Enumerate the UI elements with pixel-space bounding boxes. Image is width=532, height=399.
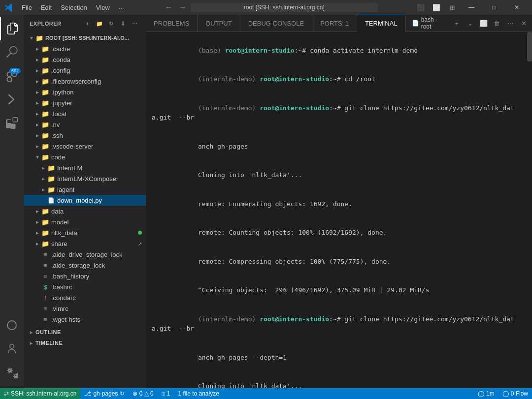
down-model-file-icon: 📄	[47, 196, 55, 204]
tree-item-bashrc[interactable]: $ .bashrc	[24, 281, 146, 292]
xcomposer-label: InternLM-XComposer	[57, 175, 118, 183]
tree-item-data[interactable]: ► 📁 data	[24, 206, 146, 216]
vimrc-spacer	[33, 305, 41, 312]
tree-item-internlm-xcomposer[interactable]: ► 📁 InternLM-XComposer	[24, 173, 146, 184]
tree-item-ipython[interactable]: ► 📁 .ipython	[24, 87, 146, 97]
refresh-btn[interactable]: ↻	[106, 19, 116, 29]
status-flow[interactable]: ◯ 0 Flow	[499, 388, 532, 399]
sidebar-section-timeline[interactable]: ► TIMELINE	[24, 338, 146, 348]
menu-selection[interactable]: Selection	[57, 3, 91, 12]
activity-bar-bottom	[0, 313, 24, 388]
nv-folder-icon: 📁	[41, 121, 49, 128]
tree-item-condarc[interactable]: ! .condarc	[24, 292, 146, 303]
tree-item-vimrc[interactable]: ≡ .vimrc	[24, 303, 146, 314]
tree-item-bash-history[interactable]: ≡ .bash_history	[24, 271, 146, 281]
tab-debug-console[interactable]: DEBUG CONSOLE	[240, 15, 312, 32]
more-terminal-btn[interactable]: ⋯	[504, 16, 517, 30]
nav-back-btn[interactable]: ←	[163, 1, 175, 13]
sidebar-more-btn[interactable]: ⋯	[130, 19, 140, 29]
data-arrow-icon: ►	[33, 207, 41, 215]
jupyter-arrow-icon: ►	[33, 99, 41, 107]
tree-item-filebrowserconfig[interactable]: ► 📁 .filebrowserconfig	[24, 76, 146, 87]
tree-item-down-model[interactable]: 📄 down_model.py	[24, 195, 146, 206]
tree-item-ssh[interactable]: ► 📁 .ssh	[24, 130, 146, 141]
tree-item-model[interactable]: ► 📁 model	[24, 216, 146, 227]
menu-view[interactable]: View	[92, 3, 114, 12]
trash-terminal-btn[interactable]: 🗑	[491, 16, 503, 30]
nav-forward-btn[interactable]: →	[177, 1, 189, 13]
tree-item-local[interactable]: ► 📁 .local	[24, 108, 146, 119]
timeline-arrow-icon: ►	[28, 340, 35, 346]
tree-item-internlm[interactable]: ► 📁 InternLM	[24, 162, 146, 173]
tab-terminal[interactable]: TERMINAL	[357, 15, 406, 32]
terminal-dropdown-btn[interactable]: ⌄	[464, 16, 476, 30]
tree-item-conda[interactable]: ► 📁 .conda	[24, 54, 146, 65]
conda-folder-icon: 📁	[41, 56, 49, 63]
menu-edit[interactable]: Edit	[37, 3, 56, 12]
title-search-input[interactable]	[191, 3, 378, 12]
internlm-folder-icon: 📁	[47, 164, 55, 172]
term-line-1: (base) root@intern-studio:~# conda activ…	[152, 36, 521, 65]
sidebar-title: EXPLORER	[30, 21, 62, 27]
minimize-btn[interactable]: —	[460, 0, 483, 15]
terminal-scrollbar[interactable]	[527, 32, 532, 388]
status-remote-text: SSH: ssh.intern-ai.org.cn	[11, 390, 76, 397]
menu-more[interactable]: ···	[115, 3, 128, 12]
condarc-label: .condarc	[51, 294, 76, 302]
activity-extensions[interactable]	[0, 111, 24, 135]
status-file-analyze[interactable]: 1 file to analyze	[174, 388, 223, 399]
term-line-11: anch gh-pages --depth=1	[152, 343, 521, 372]
activity-explorer[interactable]	[0, 17, 24, 40]
status-remote[interactable]: ⇄ SSH: ssh.intern-ai.org.cn	[0, 388, 80, 399]
tree-item-nv[interactable]: ► 📁 .nv	[24, 119, 146, 130]
menu-file[interactable]: File	[18, 3, 36, 12]
window-controls: — □ ✕	[460, 0, 528, 15]
tab-output[interactable]: OUTPUT	[198, 15, 240, 32]
tree-item-vscode-server[interactable]: ► 📁 .vscode-server	[24, 141, 146, 152]
tree-item-cache[interactable]: ► 📁 .cache	[24, 43, 146, 54]
activity-run[interactable]	[0, 88, 24, 111]
new-file-btn[interactable]: +	[83, 19, 93, 29]
maximize-btn[interactable]: □	[483, 0, 505, 15]
tree-item-wget-hsts[interactable]: ≡ .wget-hsts	[24, 314, 146, 325]
status-problems[interactable]: ⊗ 0 △ 0	[129, 388, 157, 399]
vscode-server-arrow-icon: ►	[33, 142, 41, 150]
close-panel-btn[interactable]: ✕	[518, 16, 530, 30]
tree-item-share[interactable]: ► 📁 share ↗	[24, 238, 146, 249]
panel-tab-bar: PROBLEMS OUTPUT DEBUG CONSOLE PORTS 1 TE…	[146, 15, 532, 32]
layout-btn-1[interactable]: ⬛	[413, 0, 429, 15]
split-terminal-btn[interactable]: ⬜	[477, 16, 490, 30]
terminal-wrapper: (base) root@intern-studio:~# conda activ…	[146, 32, 532, 388]
activity-search[interactable]	[0, 40, 24, 64]
terminal-scrollbar-thumb[interactable]	[527, 32, 532, 61]
tree-item-nltk-data[interactable]: ► 📁 nltk_data	[24, 227, 146, 238]
new-folder-btn[interactable]: 📁	[95, 19, 104, 29]
activity-source-control[interactable]: 502	[0, 64, 24, 88]
tree-item-lagent[interactable]: ► 📁 lagent	[24, 184, 146, 195]
sidebar-section-outline[interactable]: ► OUTLINE	[24, 327, 146, 338]
tree-item-aide-drive[interactable]: ≡ .aide_drive_storage_lock	[24, 249, 146, 260]
tree-item-jupyter[interactable]: ► 📁 .jupyter	[24, 97, 146, 108]
layout-btn-2[interactable]: ⬜	[429, 0, 444, 15]
activity-settings[interactable]	[0, 361, 24, 384]
share-folder-icon: 📁	[41, 240, 49, 247]
activity-accounts[interactable]	[0, 337, 24, 361]
tab-problems[interactable]: PROBLEMS	[146, 15, 198, 32]
close-btn[interactable]: ✕	[505, 0, 528, 15]
tree-item-code[interactable]: ▼ 📁 code	[24, 152, 146, 162]
tab-ports[interactable]: PORTS 1	[312, 15, 357, 32]
status-time[interactable]: ◯ 1m	[474, 388, 499, 399]
cache-label: .cache	[51, 45, 70, 53]
tree-item-aide-storage[interactable]: ≡ .aide_storage_lock	[24, 260, 146, 271]
aide-drive-spacer	[33, 250, 41, 258]
status-branch[interactable]: ⎇ gh-pages ↻	[80, 388, 129, 399]
activity-remote[interactable]	[0, 313, 24, 337]
file-analyze-text: 1 file to analyze	[178, 390, 219, 397]
status-ports[interactable]: ⎅ 1	[158, 388, 174, 399]
tree-root-item[interactable]: ▼ 📁 ROOT [SSH: SSH.INTERN-AI.O...	[24, 32, 146, 43]
layout-btn-3[interactable]: ⊞	[444, 0, 460, 15]
terminal-output[interactable]: (base) root@intern-studio:~# conda activ…	[146, 32, 527, 388]
collapse-all-btn[interactable]: ⇓	[118, 19, 128, 29]
new-terminal-btn[interactable]: +	[451, 16, 463, 30]
tree-item-config[interactable]: ► 📁 .config	[24, 65, 146, 76]
